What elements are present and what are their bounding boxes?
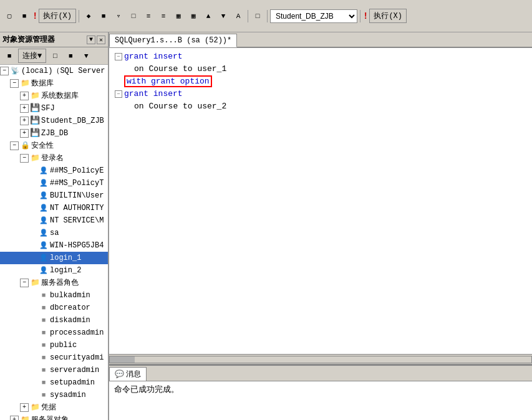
toolbar-btn-3[interactable]: ◆: [82, 9, 95, 23]
query-tab-label: SQLQuery1.s...B (sa (52))*: [115, 36, 231, 45]
tree-databases[interactable]: − 📁 数据库: [0, 77, 108, 90]
h-scroll-inner[interactable]: [109, 356, 532, 363]
tree-role-setup[interactable]: ■ setupadmin: [0, 376, 108, 389]
tree-expand-srvobj[interactable]: +: [10, 416, 19, 420]
role-icon-sec: ■: [39, 353, 49, 363]
line-marker-1: −: [114, 50, 124, 60]
toolbar-btn-2[interactable]: ■: [17, 9, 31, 23]
tree-login-mse[interactable]: 👤 ##MS_PolicyE: [0, 165, 108, 177]
tree-student-db[interactable]: + 💾 Student_DB_ZJB: [0, 115, 108, 127]
tree-security[interactable]: − 🔒 安全性: [0, 140, 108, 152]
tree-login-2[interactable]: 👤 login_2: [0, 264, 108, 277]
panel-pin-btn[interactable]: ▼: [87, 36, 95, 44]
tree-credentials[interactable]: + 📁 凭据: [0, 401, 108, 414]
login-ntauth-label: NT AUTHORITY: [50, 203, 104, 214]
conn-btn-1[interactable]: ■: [2, 49, 16, 63]
execute-button[interactable]: 执行(X): [39, 9, 76, 23]
tree-role-pub[interactable]: ■ public: [0, 339, 108, 351]
code-line-1: − grant insert: [114, 50, 527, 63]
role-srvadm-label: serveradmin: [50, 365, 99, 376]
tree-expand-studentdb[interactable]: +: [20, 117, 29, 125]
tree-login-win[interactable]: 👤 WIN-HSPG5JB4: [0, 239, 108, 252]
tree-login-mst[interactable]: 👤 ##MS_PolicyT: [0, 177, 108, 189]
tree-server-roles[interactable]: − 📁 服务器角色: [0, 277, 108, 289]
tree-server-objects[interactable]: + 📁 服务器对象: [0, 414, 108, 420]
role-sec-label: securityadmi: [50, 352, 104, 363]
toolbar-btn-14[interactable]: □: [251, 9, 264, 23]
h-scroll[interactable]: [109, 354, 532, 364]
database-dropdown[interactable]: Student_DB_ZJB: [270, 9, 357, 23]
tree-expand-sysdb[interactable]: +: [20, 92, 29, 100]
toolbar-btn-13[interactable]: A: [231, 9, 245, 23]
code-text-3: with grant option: [124, 75, 212, 88]
tree-sfj[interactable]: + 💾 SFJ: [0, 102, 108, 115]
tree-logins[interactable]: − 📁 登录名: [0, 152, 108, 165]
tree-role-srvadm[interactable]: ■ serveradmin: [0, 364, 108, 376]
tree-zjb-db[interactable]: + 💾 ZJB_DB: [0, 127, 108, 140]
security-icon: 🔒: [20, 141, 30, 151]
toolbar-btn-8[interactable]: ≡: [157, 9, 170, 23]
query-editor[interactable]: − grant insert on Course to user_1 with …: [109, 48, 532, 354]
tree-role-sysadm[interactable]: ■ sysadmin: [0, 389, 108, 401]
conn-btn-4[interactable]: ▼: [79, 49, 93, 63]
object-tree: − 📡 (local)（SQL Server − 📁 数据库 + 📁 系统数据库: [0, 65, 108, 420]
tree-login-nt-auth[interactable]: 👤 NT AUTHORITY: [0, 202, 108, 214]
code-text-5: on Course to user_2: [134, 100, 226, 113]
toolbar-btn-9[interactable]: ▦: [172, 9, 185, 23]
toolbar-btn-11[interactable]: ▲: [201, 9, 215, 23]
toolbar-btn-1[interactable]: ▢: [2, 9, 16, 23]
expand-box-1[interactable]: −: [115, 53, 122, 60]
role-dbc-label: dbcreator: [50, 302, 90, 313]
toolbar-btn-12[interactable]: ▼: [216, 9, 230, 23]
role-setup-label: setupadmin: [50, 377, 95, 388]
left-panel: 对象资源管理器 ▼ ✕ ■ 连接▼ □ ■ ▼ − 📡 (local)（SQL …: [0, 32, 109, 420]
sfj-label: SFJ: [41, 103, 55, 114]
login-builtin-label: BUILTIN\User: [50, 190, 104, 201]
exclamation-icon-2: !: [363, 11, 368, 21]
toolbar-btn-4[interactable]: ■: [97, 9, 110, 23]
code-text-4: grant insert: [124, 88, 183, 100]
tree-expand-sec[interactable]: −: [10, 141, 19, 150]
tree-role-sec[interactable]: ■ securityadmi: [0, 351, 108, 364]
tree-expand-db[interactable]: −: [10, 79, 19, 88]
toolbar-btn-6[interactable]: □: [127, 9, 140, 23]
folder-icon-db: 📁: [20, 79, 30, 88]
tree-role-proc[interactable]: ■ processadmin: [0, 327, 108, 339]
conn-btn-3[interactable]: ■: [64, 49, 77, 63]
connect-button[interactable]: 连接▼: [18, 49, 46, 63]
code-line-3: with grant option: [114, 75, 527, 88]
tree-expand-logins[interactable]: −: [20, 154, 29, 163]
toolbar-btn-10[interactable]: ▦: [186, 9, 200, 23]
tree-expand-cred[interactable]: +: [20, 403, 29, 412]
tree-login-sa[interactable]: 👤 sa: [0, 227, 108, 239]
server-label: (local)（SQL Server: [21, 65, 105, 77]
expand-box-4[interactable]: −: [115, 90, 122, 98]
tree-system-db[interactable]: + 📁 系统数据库: [0, 90, 108, 102]
folder-icon-roles: 📁: [30, 278, 40, 288]
tree-expand-server[interactable]: −: [0, 67, 9, 75]
toolbar-btn-7[interactable]: ≡: [142, 9, 155, 23]
tree-login-1[interactable]: 👤 login_1: [0, 252, 108, 264]
role-bulk-label: bulkadmin: [50, 290, 90, 301]
highlighted-text: with grant option: [124, 75, 212, 87]
tree-expand-zjb[interactable]: +: [20, 129, 29, 138]
tree-expand-sfj[interactable]: +: [20, 104, 29, 113]
results-tab-messages[interactable]: 💬 消息: [109, 367, 147, 381]
tree-role-dbc[interactable]: ■ dbcreator: [0, 302, 108, 314]
conn-btn-2[interactable]: □: [48, 49, 62, 63]
execute-button-2[interactable]: 执行(X): [369, 9, 407, 23]
user-icon-sa: 👤: [39, 228, 49, 238]
tree-login-builtin[interactable]: 👤 BUILTIN\User: [0, 189, 108, 202]
tree-role-disk[interactable]: ■ diskadmin: [0, 314, 108, 327]
role-icon-srvadm: ■: [39, 365, 49, 375]
tree-server[interactable]: − 📡 (local)（SQL Server: [0, 65, 108, 77]
toolbar-btn-5[interactable]: ▿: [112, 9, 125, 23]
h-scroll-thumb[interactable]: [110, 356, 135, 363]
tree-expand-roles[interactable]: −: [20, 279, 29, 287]
tree-role-bulk[interactable]: ■ bulkadmin: [0, 289, 108, 302]
login-mse-label: ##MS_PolicyE: [50, 165, 104, 176]
tree-login-nt-svc[interactable]: 👤 NT SERVICE\M: [0, 214, 108, 227]
role-pub-label: public: [50, 340, 77, 351]
panel-close-btn[interactable]: ✕: [97, 36, 105, 44]
query-tab[interactable]: SQLQuery1.s...B (sa (52))*: [109, 34, 237, 47]
